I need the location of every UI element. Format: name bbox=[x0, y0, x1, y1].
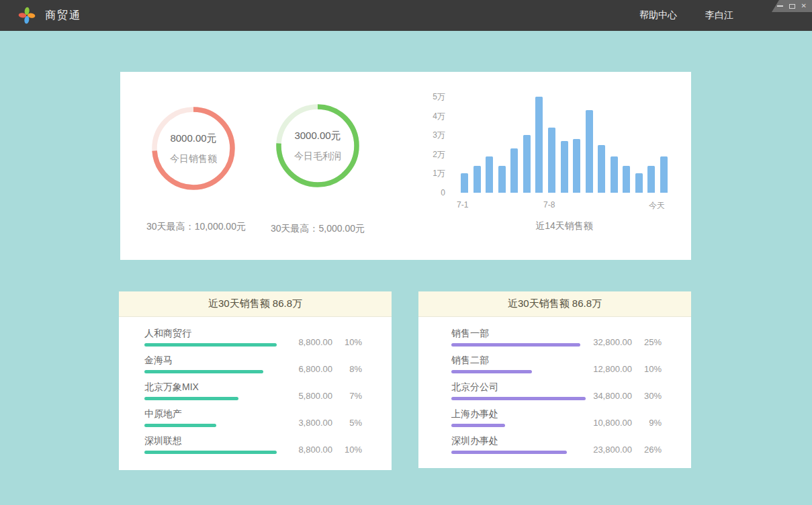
app-title: 商贸通 bbox=[45, 9, 81, 23]
ranking-row-amount: 12,800.00 bbox=[593, 364, 632, 374]
desktop-background: 8000.00元 今日销售额 30天最高：10,000.00元 3000.00元… bbox=[0, 31, 812, 505]
daily-sales-bar bbox=[586, 110, 593, 193]
ranking-row-bar bbox=[451, 343, 580, 347]
ranking-row: 深圳联想8,800.0010% bbox=[144, 435, 362, 454]
ranking-row: 金海马6,800.008% bbox=[144, 355, 362, 373]
ranking-row-bar bbox=[144, 343, 277, 347]
y-axis-tick: 4万 bbox=[433, 111, 445, 121]
customer-ranking-title: 近30天销售额 86.8万 bbox=[119, 291, 392, 317]
ranking-row-amount: 8,800.00 bbox=[298, 337, 332, 347]
ranking-row-name: 人和商贸行 bbox=[144, 328, 277, 338]
ranking-row: 北京分公司34,800.0030% bbox=[451, 381, 662, 400]
bar-chart-title: 近14天销售额 bbox=[461, 220, 668, 232]
close-icon[interactable]: ✕ bbox=[801, 3, 807, 9]
ranking-row-bar bbox=[451, 370, 532, 373]
daily-sales-bar bbox=[660, 156, 668, 193]
daily-sales-bar bbox=[523, 135, 531, 193]
ranking-row-percent: 5% bbox=[339, 418, 362, 428]
daily-sales-bar bbox=[635, 173, 643, 193]
sales-14d-bar-chart bbox=[461, 92, 668, 193]
y-axis-tick: 3万 bbox=[433, 130, 445, 140]
titlebar: 商贸通 帮助中心 李白江 ✕ bbox=[0, 0, 812, 31]
today-sales-value: 8000.00元 bbox=[170, 132, 216, 145]
customer-ranking-rows: 人和商贸行8,800.0010%金海马6,800.008%北京万象MIX5,80… bbox=[119, 317, 392, 454]
daily-sales-bar bbox=[623, 166, 630, 193]
current-user-link[interactable]: 李白江 bbox=[705, 9, 733, 21]
ranking-row-percent: 8% bbox=[339, 364, 362, 374]
ranking-row: 上海办事处10,800.009% bbox=[451, 408, 662, 427]
ranking-row-percent: 25% bbox=[639, 337, 662, 347]
today-sales-label: 今日销售额 bbox=[170, 153, 217, 165]
daily-sales-bar bbox=[486, 156, 493, 193]
ranking-row-name: 销售二部 bbox=[451, 355, 532, 365]
maximize-icon[interactable] bbox=[789, 4, 795, 9]
overview-card: 8000.00元 今日销售额 30天最高：10,000.00元 3000.00元… bbox=[120, 72, 691, 260]
ranking-row-bar bbox=[451, 424, 505, 427]
ranking-row-percent: 10% bbox=[639, 364, 662, 374]
y-axis-tick: 0 bbox=[441, 188, 445, 197]
x-axis-label-mid: 7-8 bbox=[543, 200, 555, 210]
app-logo-pinwheel-icon bbox=[18, 7, 36, 24]
daily-sales-bar bbox=[473, 166, 481, 193]
ranking-row-amount: 5,800.00 bbox=[298, 391, 332, 401]
ranking-row-amount: 6,800.00 bbox=[298, 364, 332, 374]
daily-sales-bar bbox=[611, 156, 618, 193]
ranking-row-percent: 26% bbox=[639, 445, 662, 455]
ranking-row-bar bbox=[144, 424, 216, 427]
daily-sales-bar bbox=[573, 139, 580, 193]
daily-sales-bar bbox=[598, 145, 605, 193]
ranking-row-bar bbox=[451, 397, 586, 400]
ranking-row: 销售一部32,800.0025% bbox=[451, 328, 662, 347]
help-center-link[interactable]: 帮助中心 bbox=[639, 9, 677, 21]
department-ranking-card: 近30天销售额 86.8万 销售一部32,800.0025%销售二部12,800… bbox=[418, 291, 691, 468]
y-axis-tick: 1万 bbox=[433, 169, 445, 178]
ranking-row-amount: 34,800.00 bbox=[593, 391, 632, 401]
ranking-row-name: 中原地产 bbox=[144, 408, 216, 419]
ranking-row-amount: 10,800.00 bbox=[593, 418, 632, 428]
daily-sales-bar bbox=[461, 173, 468, 193]
ranking-row-amount: 23,800.00 bbox=[593, 445, 632, 455]
ranking-row-bar bbox=[144, 397, 238, 400]
ranking-row-name: 深圳办事处 bbox=[451, 435, 567, 446]
department-ranking-title: 近30天销售额 86.8万 bbox=[418, 291, 691, 317]
today-profit-30d-max: 30天最高：5,000.00元 bbox=[244, 223, 392, 235]
today-sales-donut: 8000.00元 今日销售额 bbox=[151, 106, 236, 191]
ranking-row-bar bbox=[451, 451, 567, 454]
today-profit-value: 3000.00元 bbox=[294, 130, 341, 142]
minimize-icon[interactable] bbox=[777, 5, 783, 7]
daily-sales-bar bbox=[498, 166, 506, 193]
ranking-row-name: 北京分公司 bbox=[451, 381, 586, 392]
today-profit-donut: 3000.00元 今日毛利润 bbox=[275, 103, 360, 188]
bar-chart-y-axis: 01万2万3万4万5万 bbox=[416, 92, 445, 193]
customer-ranking-card: 近30天销售额 86.8万 人和商贸行8,800.0010%金海马6,800.0… bbox=[119, 291, 392, 470]
y-axis-tick: 5万 bbox=[433, 92, 445, 101]
ranking-row-name: 北京万象MIX bbox=[144, 381, 238, 392]
ranking-row-percent: 10% bbox=[339, 445, 362, 455]
department-ranking-rows: 销售一部32,800.0025%销售二部12,800.0010%北京分公司34,… bbox=[418, 317, 691, 454]
ranking-row-percent: 7% bbox=[339, 391, 362, 401]
daily-sales-bar bbox=[535, 97, 543, 193]
window-controls: ✕ bbox=[772, 0, 812, 12]
ranking-row-percent: 10% bbox=[339, 337, 362, 347]
ranking-row-name: 金海马 bbox=[144, 355, 263, 365]
ranking-row-percent: 9% bbox=[639, 418, 662, 428]
ranking-row: 深圳办事处23,800.0026% bbox=[451, 435, 662, 454]
titlebar-menu: 帮助中心 李白江 bbox=[639, 9, 733, 21]
ranking-row-percent: 30% bbox=[639, 391, 662, 401]
ranking-row-name: 深圳联想 bbox=[144, 435, 277, 446]
ranking-row-bar bbox=[144, 370, 263, 373]
ranking-row-name: 销售一部 bbox=[451, 328, 580, 338]
daily-sales-bar bbox=[548, 128, 555, 193]
ranking-row: 北京万象MIX5,800.007% bbox=[144, 381, 362, 400]
x-axis-label-start: 7-1 bbox=[457, 200, 468, 210]
ranking-row-amount: 32,800.00 bbox=[593, 337, 632, 347]
x-axis-label-today: 今天 bbox=[649, 200, 665, 212]
y-axis-tick: 2万 bbox=[433, 150, 445, 159]
ranking-row: 人和商贸行8,800.0010% bbox=[144, 328, 362, 347]
ranking-row-amount: 3,800.00 bbox=[298, 418, 332, 428]
ranking-row-amount: 8,800.00 bbox=[298, 445, 332, 455]
ranking-row: 中原地产3,800.005% bbox=[144, 408, 362, 427]
ranking-row-bar bbox=[144, 451, 277, 454]
daily-sales-bar bbox=[510, 148, 518, 193]
daily-sales-bar bbox=[561, 141, 568, 193]
